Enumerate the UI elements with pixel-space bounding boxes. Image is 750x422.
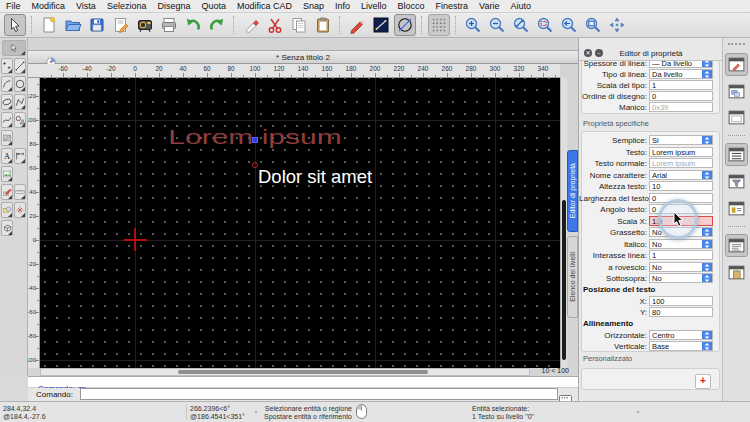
copy-button[interactable]: [288, 14, 310, 36]
zoom-in-button[interactable]: [462, 14, 484, 36]
horizontal-scrollbar[interactable]: [40, 368, 530, 376]
property-field-nome-carattere[interactable]: Arial: [649, 170, 713, 180]
zoom-window-button[interactable]: [534, 14, 556, 36]
selection-pointer-button[interactable]: [2, 40, 26, 56]
property-field-testo[interactable]: Lorem ipsum: [649, 147, 713, 157]
zoom-pan-button[interactable]: [582, 14, 604, 36]
selection-handle[interactable]: [252, 137, 258, 143]
render-preview-button[interactable]: [134, 14, 156, 36]
ellipse-tool-icon: [396, 16, 414, 34]
property-field-ordine-di-disegno[interactable]: 0: [649, 91, 713, 101]
draw-pencil-button[interactable]: [346, 14, 368, 36]
snap-tools-button[interactable]: [14, 202, 26, 218]
dock-empty-window-icon[interactable]: [725, 106, 748, 129]
draw-dimension-button[interactable]: [14, 148, 26, 164]
zoom-auto-button[interactable]: [510, 14, 532, 36]
menu-snap[interactable]: Snap: [303, 1, 324, 11]
draw-circle-button[interactable]: [14, 76, 26, 92]
zoom-out-icon: [488, 16, 506, 34]
menu-aiuto[interactable]: Aiuto: [510, 1, 531, 11]
pan-move-button[interactable]: [606, 14, 628, 36]
menu-finestra[interactable]: Finestra: [436, 1, 469, 11]
menu-info[interactable]: Info: [335, 1, 350, 11]
paste-button[interactable]: [312, 14, 334, 36]
property-label-italico: Italico:: [579, 240, 647, 249]
menu-quota[interactable]: Quota: [201, 1, 226, 11]
pen-edit-button[interactable]: [240, 14, 262, 36]
document-titlebar[interactable]: * Senza titolo 2: [28, 50, 578, 64]
property-label-angolo-testo: Angolo testo:: [579, 205, 647, 214]
menu-blocco[interactable]: Blocco: [398, 1, 425, 11]
dock-handle[interactable]: [728, 43, 745, 45]
menu-modifica-cad[interactable]: Modifica CAD: [237, 1, 292, 11]
menu-varie[interactable]: Varie: [479, 1, 499, 11]
zoom-out-button[interactable]: [486, 14, 508, 36]
dock-list-window-icon[interactable]: [725, 143, 748, 166]
property-field-interasse-linea[interactable]: 1: [649, 250, 713, 260]
grid-toggle-button[interactable]: [428, 14, 450, 36]
add-custom-property-button[interactable]: +: [695, 374, 711, 389]
zoom-previous-button[interactable]: [558, 14, 580, 36]
ruler-tick: [37, 228, 39, 229]
print-preview-button[interactable]: [158, 14, 180, 36]
block-tools-button[interactable]: [1, 202, 13, 218]
tab-layer-list[interactable]: Elenco dei livelli: [567, 236, 578, 318]
draw-points-button[interactable]: [1, 58, 13, 74]
dock-clipboard-window-icon[interactable]: [725, 261, 748, 284]
dock-pencil-window-icon[interactable]: [725, 53, 748, 76]
menu-file[interactable]: File: [6, 1, 21, 11]
property-field-verticale[interactable]: Base: [649, 341, 713, 351]
measure-tools-button[interactable]: [14, 184, 26, 200]
dock-reference-window-icon[interactable]: [725, 197, 748, 220]
property-field-altezza-testo[interactable]: 10: [649, 181, 713, 191]
ruler-tick: [387, 75, 388, 77]
undo-button[interactable]: [182, 14, 204, 36]
selection-pointer-button[interactable]: [4, 14, 26, 36]
redo-button[interactable]: [206, 14, 228, 36]
text-entity[interactable]: Dolor sit amet: [258, 166, 372, 188]
menu-modifica[interactable]: Modifica: [32, 1, 66, 11]
dock-filter-window-icon[interactable]: [725, 170, 748, 193]
cut-button[interactable]: [264, 14, 286, 36]
menu-disegna[interactable]: Disegna: [157, 1, 190, 11]
dock-text-window-icon[interactable]: [725, 234, 748, 257]
menu-vista[interactable]: Vista: [76, 1, 96, 11]
ellipse-tool-button[interactable]: [394, 14, 416, 36]
property-field-y[interactable]: 80: [649, 307, 713, 317]
draw-text-button[interactable]: A: [1, 148, 13, 164]
file-new-button[interactable]: [38, 14, 60, 36]
property-field-a-rovescio[interactable]: No: [649, 262, 713, 272]
vertical-scrollbar[interactable]: [560, 78, 567, 368]
property-field-italico[interactable]: No: [649, 239, 713, 249]
file-open-button[interactable]: [62, 14, 84, 36]
ruler-tick: [63, 73, 64, 77]
view-3d-button[interactable]: [1, 220, 13, 236]
insert-image-button[interactable]: [1, 166, 13, 182]
draw-hatch-button[interactable]: [1, 130, 13, 146]
drawing-canvas[interactable]: Lorem ipsum Dolor sit amet: [40, 78, 560, 368]
property-field-semplice[interactable]: Si: [649, 135, 713, 145]
menu-livello[interactable]: Livello: [361, 1, 387, 11]
draw-polygon-button[interactable]: [14, 112, 26, 128]
property-field-sottosopra[interactable]: No: [649, 273, 713, 283]
property-field-orizzontale[interactable]: Centro: [649, 330, 713, 340]
file-edit-button[interactable]: [110, 14, 132, 36]
draw-line-button[interactable]: [14, 58, 26, 74]
property-field-tipo-di-linea[interactable]: Da livello: [649, 69, 713, 79]
modify-tools-button[interactable]: [1, 184, 13, 200]
vertical-scrollbar-thumb[interactable]: [562, 200, 566, 360]
draw-polyline-button[interactable]: [14, 94, 26, 110]
line-from-points-button[interactable]: [370, 14, 392, 36]
draw-spline-button[interactable]: [1, 112, 13, 128]
horizontal-scrollbar-thumb[interactable]: [178, 370, 428, 374]
command-input[interactable]: [80, 388, 558, 400]
property-field-x[interactable]: 100: [649, 296, 713, 306]
tab-property-editor[interactable]: Editor di proprietà: [567, 150, 578, 232]
dock-layers-window-icon[interactable]: [725, 80, 748, 103]
menu-seleziona[interactable]: Seleziona: [107, 1, 147, 11]
draw-arc-button[interactable]: [1, 76, 13, 92]
h-ruler-label: 140: [298, 65, 309, 72]
property-field-scala-del-tipo[interactable]: 1: [649, 80, 713, 90]
draw-ellipse-button[interactable]: [1, 94, 13, 110]
file-save-button[interactable]: [86, 14, 108, 36]
